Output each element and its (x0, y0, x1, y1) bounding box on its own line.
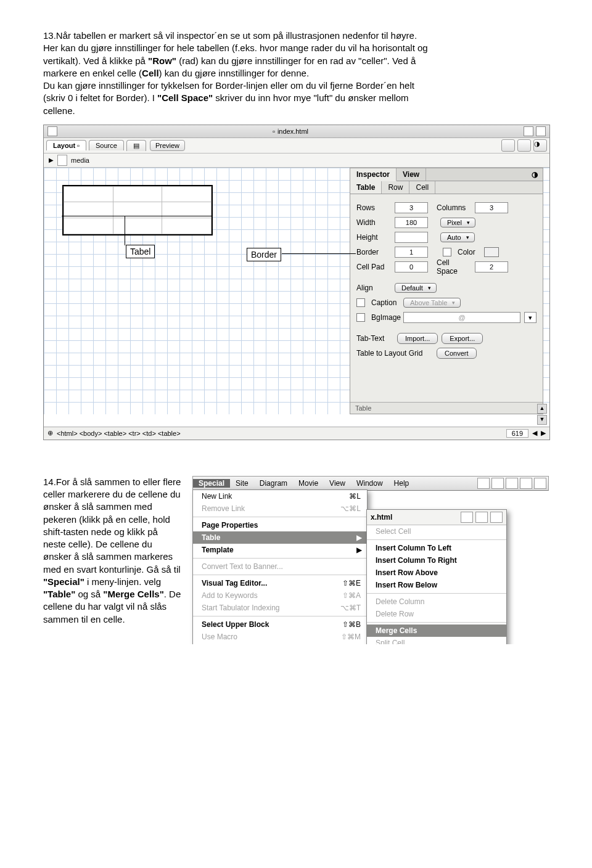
align-label: Align (356, 284, 391, 292)
status-bar: ⊕ <html> <body> <table> <tr> <td> <table… (44, 427, 549, 440)
scroll-up-icon[interactable]: ▲ (537, 404, 547, 414)
window-title: index.html (278, 128, 308, 135)
scroll-down-icon[interactable]: ▼ (537, 415, 547, 425)
tab-source-2[interactable]: ▤ (126, 140, 146, 151)
close-icon[interactable] (47, 126, 57, 136)
tab-layout[interactable]: Layout ▫ (46, 140, 86, 150)
menu-movie[interactable]: Movie (293, 479, 324, 488)
page-icon (57, 155, 67, 166)
scroll-right-icon[interactable]: ▶ (541, 429, 546, 437)
menuitem-ins-col-right[interactable]: Insert Column To Right (367, 554, 506, 567)
mode-tabs: Layout ▫ Source ▤ Preview ◑ (44, 138, 549, 154)
cellpad-input[interactable]: 0 (395, 261, 428, 272)
browse-icon[interactable]: ▾ (524, 312, 536, 323)
border-input[interactable]: 1 (395, 247, 428, 258)
menuitem-add-keywords: Add to Keywords⇧⌘A (193, 589, 367, 602)
menuitem-split-cell: Split Cell (367, 637, 506, 644)
breadcrumb[interactable]: <html> <body> <table> <tr> <td> <table> (57, 430, 181, 437)
preview-button[interactable]: Preview (150, 140, 185, 151)
caption-select[interactable]: Above Table▾ (403, 298, 461, 308)
annotation-tabel: Tabel (126, 245, 155, 258)
scroll-left-icon[interactable]: ◀ (532, 429, 537, 437)
menuitem-del-row: Delete Row (367, 608, 506, 620)
height-input[interactable] (395, 232, 428, 243)
menuitem-new-link[interactable]: New Link⌘L (193, 490, 367, 502)
table-submenu: x.html Select Cell Insert Column To Left… (366, 509, 507, 644)
height-label: Height (356, 233, 391, 242)
special-menu: New Link⌘L Remove Link⌥⌘L Page Propertie… (192, 489, 368, 644)
cellpad-label: Cell Pad (356, 263, 391, 271)
export-button[interactable]: Export... (442, 333, 483, 344)
toolbar-icon[interactable] (491, 478, 504, 489)
titlebar: ▫index.html (44, 125, 549, 138)
bgimage-checkbox[interactable] (356, 313, 365, 322)
toolbar-icon[interactable] (534, 478, 546, 489)
min-icon[interactable] (524, 126, 533, 136)
menuitem-table[interactable]: Table▶ (193, 531, 367, 544)
import-button[interactable]: Import... (397, 333, 438, 344)
color-checkbox[interactable] (443, 248, 451, 256)
convert-button[interactable]: Convert (437, 348, 477, 359)
breadcrumb-bar: ▶ media (44, 154, 549, 168)
page-icon: ▫ (273, 128, 275, 135)
menu-site[interactable]: Site (230, 479, 254, 488)
toolbar-icon[interactable] (477, 478, 490, 489)
toolbar-icon[interactable] (506, 478, 518, 489)
toolbar-icon[interactable] (520, 478, 532, 489)
menuitem-del-col: Delete Column (367, 596, 506, 608)
menu-window[interactable]: Window (351, 479, 388, 488)
tool-icon[interactable] (501, 139, 515, 152)
layout-canvas[interactable]: Inspector View ◑ Table Row Cell Rows3Col… (44, 168, 549, 414)
color-label: Color (458, 248, 475, 256)
tab-source[interactable]: Source (89, 140, 124, 150)
table-element[interactable] (62, 185, 213, 235)
menuitem-template[interactable]: Template▶ (193, 544, 367, 556)
tab-row[interactable]: Row (382, 181, 409, 194)
window-title: x.html (371, 513, 392, 522)
align-select[interactable]: Default▾ (395, 283, 437, 293)
columns-label: Columns (437, 203, 471, 212)
paragraph-14: 14.For å slå sammen to eller flere celle… (43, 476, 181, 626)
disclosure-icon[interactable]: ▶ (49, 157, 54, 163)
tool-icon[interactable] (490, 512, 503, 523)
tool-icon[interactable] (517, 139, 531, 152)
width-unit-select[interactable]: Pixel▾ (440, 218, 475, 227)
menu-special[interactable]: Special (193, 479, 230, 488)
media-label: media (71, 157, 89, 164)
zoom-icon[interactable] (536, 126, 546, 136)
zoom-value[interactable]: 619 (506, 429, 528, 438)
height-unit-select[interactable]: Auto▾ (440, 232, 475, 242)
menuitem-select-cell: Select Cell (367, 525, 506, 538)
caption-checkbox[interactable] (356, 298, 365, 307)
menuitem-convert-banner: Convert Text to Banner... (193, 560, 367, 573)
tab-table[interactable]: Table (350, 181, 382, 194)
rows-input[interactable]: 3 (395, 202, 428, 213)
columns-input[interactable]: 3 (475, 202, 508, 213)
menuitem-page-properties[interactable]: Page Properties (193, 519, 367, 531)
anchor-icon[interactable]: ⊕ (47, 429, 53, 437)
cellspace-input[interactable]: 2 (475, 261, 508, 272)
tab-view[interactable]: View (397, 168, 426, 181)
menu-diagram[interactable]: Diagram (254, 479, 293, 488)
tab-inspector[interactable]: Inspector (350, 168, 397, 181)
bgimage-input[interactable]: @ (403, 312, 520, 323)
menu-help[interactable]: Help (388, 479, 415, 488)
border-label: Border (356, 248, 391, 256)
menuitem-merge-cells[interactable]: Merge Cells (367, 624, 506, 637)
color-swatch[interactable] (484, 247, 499, 257)
menuitem-ins-row-below[interactable]: Insert Row Below (367, 579, 506, 591)
tool-icon[interactable] (461, 512, 473, 523)
menuitem-upper-block[interactable]: Select Upper Block⇧⌘B (193, 618, 367, 631)
tool-icon[interactable] (475, 512, 488, 523)
menu-view[interactable]: View (324, 479, 351, 488)
menuitem-ins-row-above[interactable]: Insert Row Above (367, 567, 506, 579)
inspector-window: Inspector View ◑ Table Row Cell Rows3Col… (350, 168, 543, 414)
tabtext-label: Tab-Text (356, 334, 393, 343)
caption-label: Caption (371, 298, 400, 307)
disclosure-icon[interactable]: ◑ (533, 139, 547, 152)
menuitem-ins-col-left[interactable]: Insert Column To Left (367, 542, 506, 554)
disclosure-icon[interactable]: ◑ (527, 168, 543, 181)
tab-cell[interactable]: Cell (409, 181, 435, 194)
width-input[interactable]: 180 (395, 217, 428, 228)
menuitem-vte[interactable]: Visual Tag Editor...⇧⌘E (193, 577, 367, 589)
